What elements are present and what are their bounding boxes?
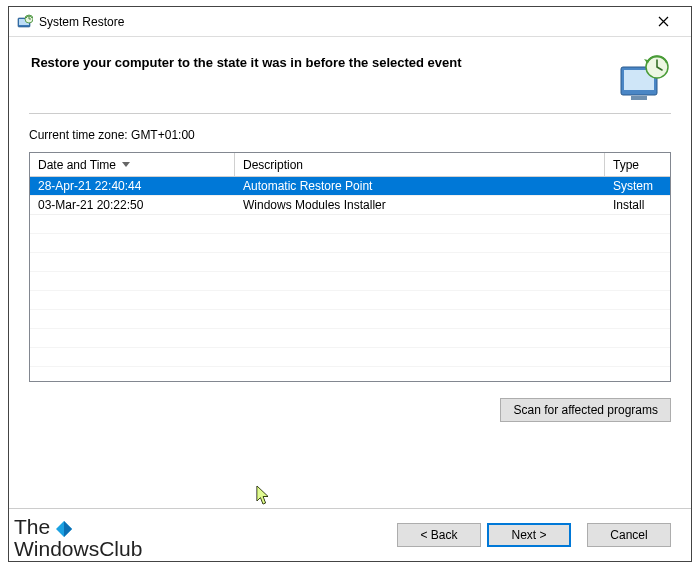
next-button[interactable]: Next > [487,523,571,547]
table-row [30,291,670,310]
cell-date: 03-Mar-21 20:22:50 [30,196,235,214]
column-header-desc-label: Description [243,158,303,172]
system-restore-window: System Restore Restore your computer to … [8,6,692,562]
table-row[interactable]: 28-Apr-21 22:40:44Automatic Restore Poin… [30,177,670,196]
cell-date: 28-Apr-21 22:40:44 [30,177,235,195]
content-area: Current time zone: GMT+01:00 Date and Ti… [29,113,671,508]
table-row[interactable]: 03-Mar-21 20:22:50Windows Modules Instal… [30,196,670,215]
column-header-date-label: Date and Time [38,158,116,172]
watermark-line2: WindowsClub [14,538,142,560]
cell-description: Automatic Restore Point [235,177,605,195]
table-row [30,310,670,329]
table-row [30,272,670,291]
table-row [30,234,670,253]
back-button[interactable]: < Back [397,523,481,547]
column-header-date[interactable]: Date and Time [30,153,235,176]
timezone-label: Current time zone: GMT+01:00 [29,128,671,142]
table-row [30,348,670,367]
window-title: System Restore [39,15,643,29]
scan-affected-button[interactable]: Scan for affected programs [500,398,671,422]
table-body: 28-Apr-21 22:40:44Automatic Restore Poin… [30,177,670,367]
table-row [30,215,670,234]
sort-desc-icon [122,162,130,167]
watermark: The WindowsClub [14,516,142,560]
table-row [30,253,670,272]
column-header-type-label: Type [613,158,639,172]
watermark-logo-icon [56,519,72,535]
column-header-description[interactable]: Description [235,153,605,176]
system-restore-icon [17,14,33,30]
table-header: Date and Time Description Type [30,153,670,177]
titlebar: System Restore [9,7,691,37]
table-row [30,329,670,348]
svg-marker-10 [64,521,72,537]
restore-large-icon [617,53,669,103]
page-heading: Restore your computer to the state it wa… [31,53,605,70]
header-area: Restore your computer to the state it wa… [9,37,691,113]
cell-type: Install [605,196,670,214]
cell-description: Windows Modules Installer [235,196,605,214]
restore-points-table[interactable]: Date and Time Description Type 28-Apr-21… [29,152,671,382]
close-button[interactable] [643,8,683,36]
svg-rect-6 [631,96,647,100]
cancel-button[interactable]: Cancel [587,523,671,547]
watermark-line1: The [14,516,50,538]
column-header-type[interactable]: Type [605,153,670,176]
cell-type: System [605,177,670,195]
